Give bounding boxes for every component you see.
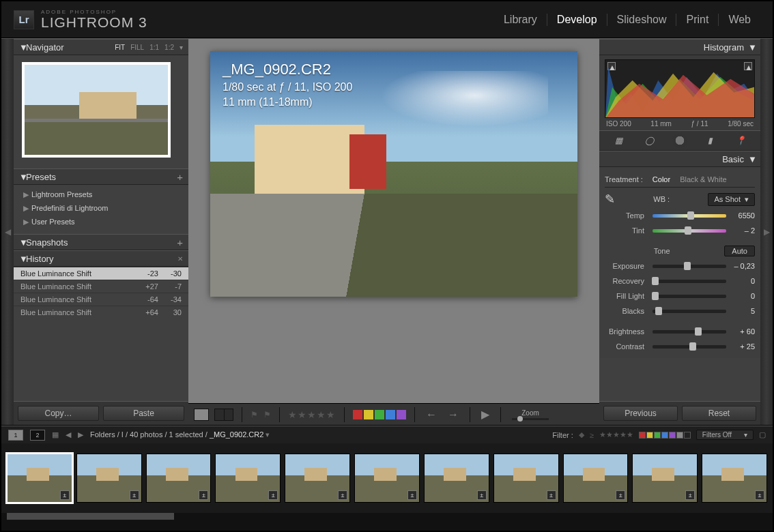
filter-color-swatch[interactable]	[684, 432, 691, 439]
preset-folder[interactable]: ▶Lightroom Presets	[14, 188, 188, 201]
filmstrip-thumb[interactable]: ±	[702, 454, 767, 503]
module-library[interactable]: Library	[494, 14, 547, 26]
paste-button[interactable]: Paste	[103, 406, 184, 421]
history-row[interactable]: Blue Luminance Shift-64-34	[14, 293, 188, 306]
zoom-fit[interactable]: FIT	[115, 44, 125, 51]
basic-header[interactable]: Basic ▼	[599, 151, 760, 167]
compare-view-button[interactable]	[214, 409, 233, 421]
navigator-thumbnail[interactable]	[22, 62, 171, 158]
color-label-swatch[interactable]	[386, 410, 395, 419]
canvas[interactable]: _MG_0902.CR2 1/80 sec at ƒ / 11, ISO 200…	[188, 39, 599, 403]
wb-eyedropper-icon[interactable]: ✎	[605, 192, 615, 207]
photo[interactable]: _MG_0902.CR2 1/80 sec at ƒ / 11, ISO 200…	[210, 51, 577, 297]
blacks-slider[interactable]	[653, 310, 726, 313]
snapshots-header[interactable]: ▼ Snapshots +	[14, 234, 188, 250]
adjustment-brush-icon[interactable]: 📍	[734, 133, 749, 148]
navigator-header[interactable]: ▼ Navigator FIT FILL 1:1 1:2 ▾	[14, 39, 188, 55]
play-slideshow-button[interactable]: ▶	[478, 408, 492, 421]
filter-color-swatch[interactable]	[669, 432, 676, 439]
tint-slider[interactable]	[653, 229, 726, 233]
histogram[interactable]: ▲ ▲	[605, 59, 755, 118]
filmstrip-thumb[interactable]: ±	[493, 454, 559, 503]
filmstrip-thumb[interactable]: ±	[354, 454, 420, 503]
filmstrip-thumb[interactable]: ±	[563, 454, 629, 503]
previous-button[interactable]: Previous	[603, 406, 678, 421]
contrast-slider[interactable]	[653, 345, 726, 349]
module-print[interactable]: Print	[676, 14, 719, 26]
clear-history-button[interactable]: ✕	[177, 255, 183, 263]
next-photo-button[interactable]: →	[445, 409, 461, 421]
zoom-slider[interactable]	[512, 418, 549, 420]
histogram-header[interactable]: Histogram ▼	[599, 39, 760, 55]
color-label-swatch[interactable]	[364, 410, 373, 419]
loupe-view-button[interactable]	[194, 409, 209, 421]
add-preset-button[interactable]: +	[177, 171, 183, 183]
history-row[interactable]: Blue Luminance Shift+6430	[14, 306, 188, 319]
history-row[interactable]: Blue Luminance Shift+27-7	[14, 280, 188, 293]
zoom-1-2[interactable]: 1:2	[164, 44, 174, 51]
left-edge-expand[interactable]: ◀	[1, 39, 14, 425]
filmstrip-thumb[interactable]: ±	[146, 454, 212, 503]
rating-stars[interactable]: ★★★★★	[288, 409, 336, 420]
module-slideshow[interactable]: Slideshow	[607, 14, 677, 26]
spot-removal-icon[interactable]: ◯	[642, 133, 657, 148]
filter-flag-icon[interactable]: ◆	[579, 430, 584, 439]
filllight-slider[interactable]	[653, 295, 726, 298]
monitor-1-button[interactable]: 1	[8, 430, 23, 441]
filmstrip-thumb[interactable]: ±	[215, 454, 281, 503]
filter-lock-icon[interactable]: ▢	[759, 430, 766, 439]
zoom-more-icon[interactable]: ▾	[180, 44, 183, 51]
filter-color-swatch[interactable]	[654, 432, 661, 439]
filmstrip-scrollbar[interactable]	[7, 513, 767, 520]
filter-color-labels[interactable]	[639, 432, 691, 439]
redeye-tool-icon[interactable]	[672, 133, 687, 148]
color-label-swatch[interactable]	[375, 410, 384, 419]
history-row[interactable]: Blue Luminance Shift-23-30	[14, 267, 188, 280]
module-web[interactable]: Web	[719, 14, 760, 26]
zoom-1-1[interactable]: 1:1	[149, 44, 159, 51]
fs-next-button[interactable]: ▶	[78, 430, 83, 439]
presets-header[interactable]: ▼ Presets +	[14, 168, 188, 185]
crop-tool-icon[interactable]: ▦	[611, 133, 626, 148]
prev-photo-button[interactable]: ←	[423, 409, 440, 421]
color-label-swatch[interactable]	[397, 410, 406, 419]
filmstrip-thumb[interactable]: ±	[424, 454, 489, 503]
treatment-color[interactable]: Color	[653, 175, 670, 183]
fs-prev-button[interactable]: ◀	[66, 430, 71, 439]
wb-select[interactable]: As Shot▾	[708, 193, 755, 206]
preset-folder[interactable]: ▶User Presets	[14, 215, 188, 228]
breadcrumb[interactable]: Folders / I / 40 photos / 1 selected / _…	[90, 430, 270, 439]
tone-auto-button[interactable]: Auto	[724, 246, 755, 256]
reset-button[interactable]: Reset	[682, 406, 756, 421]
filmstrip-thumb[interactable]: ±	[632, 454, 698, 503]
zoom-fill[interactable]: FILL	[130, 44, 144, 51]
temp-slider[interactable]	[653, 214, 726, 218]
flag-reject-icon[interactable]: ⚑	[263, 410, 271, 419]
module-develop[interactable]: Develop	[547, 14, 607, 26]
history-header[interactable]: ▼ History ✕	[14, 250, 188, 267]
filter-color-swatch[interactable]	[646, 432, 653, 439]
filmstrip-thumb[interactable]: ±	[7, 454, 72, 503]
filter-color-swatch[interactable]	[676, 432, 683, 439]
copy-button[interactable]: Copy…	[18, 406, 99, 421]
color-label-swatch[interactable]	[353, 410, 362, 419]
brightness-slider[interactable]	[653, 330, 726, 334]
flag-pick-icon[interactable]: ⚑	[250, 410, 258, 419]
graduated-filter-icon[interactable]: ▮	[703, 133, 718, 148]
exposure-slider[interactable]	[653, 265, 726, 268]
filmstrip-thumb[interactable]: ±	[76, 454, 142, 503]
monitor-2-button[interactable]: 2	[30, 430, 45, 441]
grid-view-icon[interactable]: ▦	[52, 430, 59, 439]
recovery-slider[interactable]	[653, 280, 726, 283]
filter-color-swatch[interactable]	[639, 432, 646, 439]
treatment-bw[interactable]: Black & White	[680, 175, 726, 183]
preset-folder[interactable]: ▶Predefiniti di Lightroom	[14, 201, 188, 215]
filter-color-swatch[interactable]	[661, 432, 668, 439]
filters-off-select[interactable]: Filters Off▾	[696, 430, 754, 440]
filter-rating[interactable]: ★★★★★	[599, 430, 633, 439]
add-snapshot-button[interactable]: +	[177, 237, 183, 248]
filmstrip[interactable]: ±±±±±±±±±±±	[1, 443, 773, 513]
right-edge-expand[interactable]: ▶	[760, 39, 773, 425]
filmstrip-thumb[interactable]: ±	[285, 454, 350, 503]
zoom-control[interactable]: Zoom	[512, 409, 549, 420]
